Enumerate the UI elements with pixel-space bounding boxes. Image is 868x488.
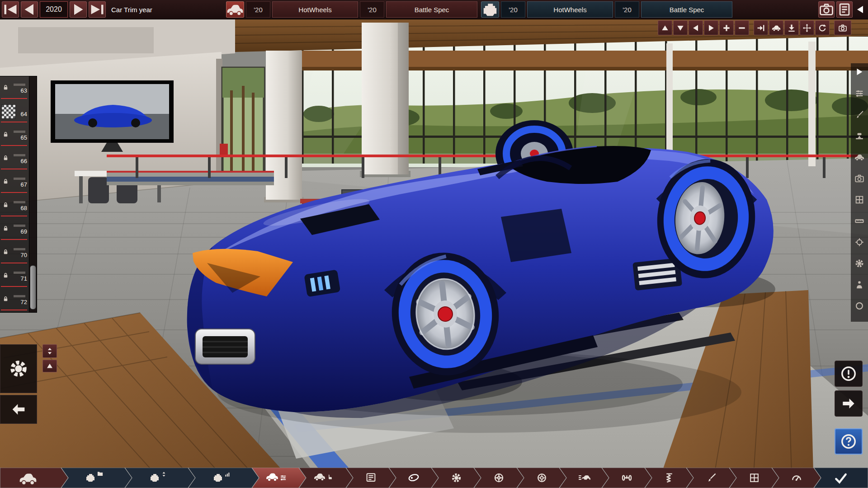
nudge-left-button[interactable] xyxy=(689,20,703,35)
layer-row[interactable]: 70 xyxy=(0,241,29,264)
snap-to-surface-button[interactable] xyxy=(754,20,768,35)
tv-screen xyxy=(51,80,174,152)
car-designer-icon-button[interactable] xyxy=(226,1,244,18)
showroom-viewport[interactable] xyxy=(0,0,868,488)
zoom-in-button[interactable] xyxy=(719,20,734,35)
trim-year-prev-button[interactable] xyxy=(21,1,38,18)
ring-button[interactable] xyxy=(854,301,864,311)
layer-row[interactable]: 69 xyxy=(0,217,29,241)
design-sliders-icon xyxy=(281,475,286,480)
tab-engine-tune[interactable] xyxy=(188,468,259,488)
trim-year-next-button[interactable] xyxy=(70,1,87,18)
trim-year-first-button[interactable] xyxy=(2,1,19,18)
target-button[interactable] xyxy=(854,237,864,247)
trim-year-last-button[interactable] xyxy=(89,1,106,18)
adjust-sliders-button[interactable] xyxy=(854,89,864,99)
layer-row[interactable]: 72 xyxy=(0,288,29,311)
gear-button[interactable] xyxy=(854,258,864,268)
car-trim-button[interactable]: Battle Spec xyxy=(386,1,477,18)
nudge-up-button[interactable] xyxy=(658,20,672,35)
back-button[interactable] xyxy=(0,395,37,424)
tab-interior[interactable] xyxy=(299,468,353,488)
engine-variant-year-badge: '20 xyxy=(615,1,639,18)
tab-car-design[interactable] xyxy=(252,468,306,488)
layer-row[interactable]: 65 xyxy=(0,123,29,147)
expand-panel-button[interactable] xyxy=(854,67,864,77)
car-trim-year-badge: '20 xyxy=(360,1,384,18)
car-lift-button[interactable] xyxy=(854,131,864,141)
tab-wheels[interactable] xyxy=(474,468,524,488)
undo-button[interactable] xyxy=(854,1,866,18)
layer-row[interactable]: 64 xyxy=(0,100,29,123)
nudge-down-button[interactable] xyxy=(673,20,688,35)
scrollbar-thumb[interactable] xyxy=(30,265,36,310)
engine-family-button[interactable]: HotWheels xyxy=(527,1,613,18)
designer-tab-bar xyxy=(0,468,868,488)
tab-brakes[interactable] xyxy=(517,468,566,488)
engine-variant-button[interactable]: Battle Spec xyxy=(641,1,732,18)
car-model-year-badge: '20 xyxy=(246,1,270,18)
trim-year-value[interactable]: 2020 xyxy=(40,1,68,18)
photo-mode-button[interactable] xyxy=(818,1,835,18)
layer-row[interactable]: 71 xyxy=(0,264,29,288)
engine-family-year-badge: '20 xyxy=(501,1,525,18)
paint-brush-button[interactable] xyxy=(854,110,864,120)
ruler-button[interactable] xyxy=(854,216,864,226)
notes-button[interactable] xyxy=(836,1,853,18)
grid-button[interactable] xyxy=(854,195,864,205)
layer-row[interactable]: 63 xyxy=(0,76,29,100)
camera-button[interactable] xyxy=(854,174,864,183)
drop-to-ground-button[interactable] xyxy=(784,20,799,35)
layer-row[interactable]: 68 xyxy=(0,194,29,217)
tab-engine-family[interactable] xyxy=(61,468,132,488)
warnings-button[interactable] xyxy=(835,361,863,387)
vehicle-view-button[interactable] xyxy=(769,20,783,35)
walk-person-button[interactable] xyxy=(854,280,864,290)
next-step-button[interactable] xyxy=(835,390,863,417)
layer-row[interactable]: 67 xyxy=(0,170,29,194)
front-grille xyxy=(195,329,255,364)
zoom-out-button[interactable] xyxy=(735,20,749,35)
move-tool-button[interactable] xyxy=(800,20,814,35)
tab-fixtures[interactable] xyxy=(389,468,439,488)
trim-year-label: Car Trim year xyxy=(111,0,152,19)
raise-lower-button[interactable] xyxy=(42,344,57,358)
engine-designer-icon-button[interactable] xyxy=(481,1,499,18)
nudge-right-button[interactable] xyxy=(704,20,718,35)
fixture-layer-list[interactable]: 63 64 65 66 67 68 69 70 71 72 xyxy=(0,76,37,313)
tab-finish[interactable] xyxy=(814,468,868,488)
automation-car-designer: 2020 Car Trim year '20 HotWheels '20 Bat… xyxy=(0,0,868,488)
raise-button[interactable] xyxy=(42,360,57,372)
tab-testing[interactable] xyxy=(772,468,821,488)
viewport-tool-strip xyxy=(851,63,868,322)
help-button[interactable] xyxy=(835,428,863,455)
tab-engine-parts[interactable] xyxy=(125,468,195,488)
settings-gear-button[interactable] xyxy=(0,344,37,393)
car-model-button[interactable]: HotWheels xyxy=(272,1,358,18)
top-bar: 2020 Car Trim year '20 HotWheels '20 Bat… xyxy=(0,0,868,19)
layer-row[interactable]: 66 xyxy=(0,147,29,170)
car-body-button[interactable] xyxy=(854,152,864,162)
